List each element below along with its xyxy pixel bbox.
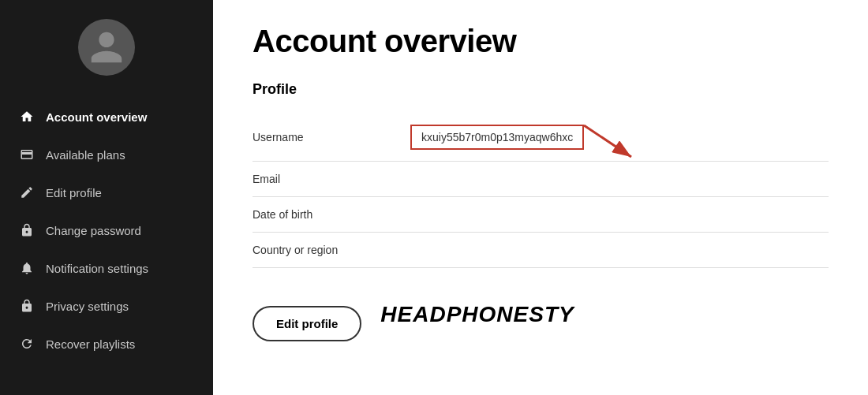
- brand-watermark: HEADPHONESTY: [380, 302, 574, 327]
- username-value: kxuiy55b7r0m0p13myaqw6hxc: [410, 125, 829, 150]
- profile-form: Username kxuiy55b7r0m0p13myaqw6hxc Email…: [253, 114, 829, 268]
- lock2-icon: [19, 298, 35, 314]
- email-label: Email: [253, 173, 410, 185]
- sidebar-item-label: Available plans: [46, 148, 125, 162]
- sidebar-item-label: Privacy settings: [46, 300, 129, 313]
- dob-label: Date of birth: [253, 208, 410, 221]
- sidebar: Account overview Available plans Edit pr…: [0, 0, 213, 395]
- page-title: Account overview: [253, 24, 829, 59]
- sidebar-item-label: Notification settings: [46, 262, 148, 275]
- dob-row: Date of birth: [253, 197, 829, 233]
- edit-profile-button[interactable]: Edit profile: [253, 306, 361, 341]
- username-row: Username kxuiy55b7r0m0p13myaqw6hxc: [253, 114, 829, 162]
- sidebar-item-label: Change password: [46, 224, 141, 237]
- country-label: Country or region: [253, 244, 410, 256]
- sidebar-item-notification-settings[interactable]: Notification settings: [0, 249, 213, 287]
- home-icon: [19, 109, 35, 125]
- username-label: Username: [253, 131, 410, 143]
- sidebar-item-account-overview[interactable]: Account overview: [0, 98, 213, 136]
- bottom-area: Edit profile HEADPHONESTY: [253, 287, 829, 341]
- sidebar-item-change-password[interactable]: Change password: [0, 211, 213, 249]
- sidebar-item-edit-profile[interactable]: Edit profile: [0, 173, 213, 211]
- sidebar-item-label: Account overview: [46, 110, 147, 124]
- sidebar-item-privacy-settings[interactable]: Privacy settings: [0, 287, 213, 325]
- bell-icon: [19, 260, 35, 276]
- username-highlighted-value: kxuiy55b7r0m0p13myaqw6hxc: [410, 125, 584, 150]
- sidebar-item-available-plans[interactable]: Available plans: [0, 136, 213, 173]
- refresh-icon: [19, 336, 35, 352]
- user-avatar-icon: [88, 28, 125, 66]
- sidebar-item-label: Edit profile: [46, 186, 102, 199]
- section-title: Profile: [253, 81, 829, 98]
- email-row: Email: [253, 162, 829, 197]
- sidebar-nav: Account overview Available plans Edit pr…: [0, 98, 213, 363]
- card-icon: [19, 147, 35, 162]
- sidebar-item-label: Recover playlists: [46, 337, 135, 351]
- pencil-icon: [19, 184, 35, 200]
- lock-icon: [19, 222, 35, 238]
- main-content: Account overview Profile Username kxuiy5…: [213, 0, 868, 395]
- country-row: Country or region: [253, 233, 829, 268]
- avatar: [78, 19, 135, 76]
- sidebar-item-recover-playlists[interactable]: Recover playlists: [0, 325, 213, 363]
